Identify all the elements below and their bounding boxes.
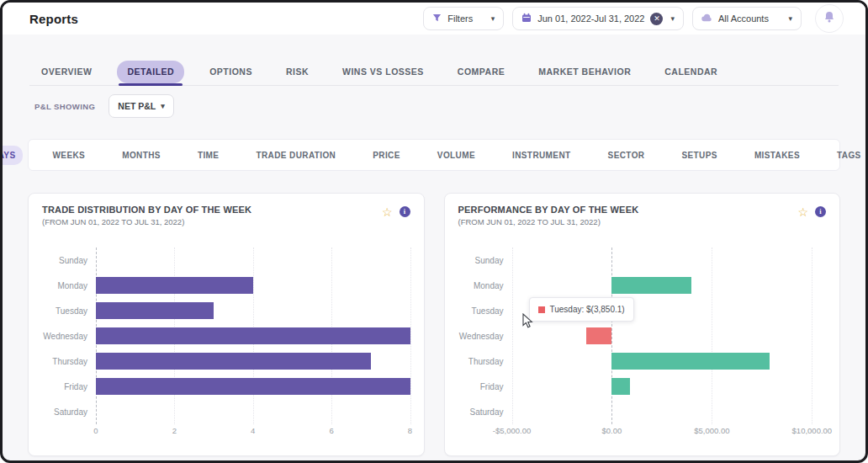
row-plot: [96, 273, 410, 298]
tab-options[interactable]: OPTIONS: [201, 60, 261, 85]
chart-row-wednesday: Wednesday: [458, 323, 827, 349]
y-label: Thursday: [458, 357, 512, 366]
chart-title: TRADE DISTRIBUTION BY DAY OF THE WEEK: [42, 205, 251, 215]
filter-item-setups[interactable]: SETUPS: [674, 146, 724, 165]
chevron-down-icon: ▾: [788, 14, 792, 23]
chart-tooltip: Tuesday: $(3,850.1): [529, 297, 634, 322]
tab-overview[interactable]: OVERVIEW: [33, 60, 100, 85]
chart-title: PERFORMANCE BY DAY OF THE WEEK: [458, 205, 639, 215]
star-icon[interactable]: ☆: [797, 206, 808, 218]
row-plot: [512, 273, 827, 298]
pnl-type-value: NET P&L: [118, 101, 156, 111]
accounts-dropdown[interactable]: All Accounts ▾: [692, 7, 802, 30]
row-plot: [512, 374, 827, 399]
filter-item-mistakes[interactable]: MISTAKES: [747, 146, 807, 165]
chart-rows: SundayMondayTuesdayWednesdayThursdayFrid…: [458, 247, 827, 424]
x-tick-label: 0: [93, 426, 98, 435]
filters-dropdown[interactable]: Filters ▾: [423, 7, 504, 30]
info-icon[interactable]: i: [815, 206, 826, 217]
filter-item-weeks[interactable]: WEEKS: [45, 146, 93, 165]
chart-row-sunday: Sunday: [458, 247, 827, 273]
mouse-cursor-icon: [522, 313, 533, 332]
app-window: Reports Filters ▾ Jun 01, 2022-Jul 31, 2…: [0, 0, 868, 463]
filter-items: DAYSWEEKSMONTHSTIMETRADE DURATIONPRICEVO…: [0, 146, 868, 165]
info-icon[interactable]: i: [400, 206, 410, 217]
filter-item-time[interactable]: TIME: [190, 146, 227, 165]
accounts-label: All Accounts: [718, 13, 769, 24]
row-plot: [512, 399, 827, 424]
account-icon: [701, 13, 712, 24]
y-label: Thursday: [42, 357, 96, 366]
x-tick-label: 2: [172, 426, 177, 435]
chart-row-wednesday: Wednesday: [42, 323, 410, 349]
chart-row-thursday: Thursday: [458, 349, 827, 374]
star-icon[interactable]: ☆: [382, 206, 393, 218]
pnl-type-dropdown[interactable]: NET P&L ▾: [108, 94, 173, 118]
bar-wednesday[interactable]: [96, 327, 410, 344]
y-label: Wednesday: [42, 332, 96, 341]
tab-risk[interactable]: RISK: [278, 60, 317, 85]
filter-item-price[interactable]: PRICE: [365, 146, 408, 165]
chevron-down-icon: ▾: [161, 102, 165, 110]
filter-item-days[interactable]: DAYS: [0, 146, 23, 165]
bell-icon: [823, 11, 835, 27]
filter-item-instrument[interactable]: INSTRUMENT: [505, 146, 579, 165]
bar-monday[interactable]: [611, 277, 691, 294]
bar-friday[interactable]: [96, 378, 410, 395]
chart-row-friday: Friday: [42, 374, 410, 399]
notifications-button[interactable]: [815, 4, 844, 33]
y-label: Friday: [42, 382, 96, 391]
row-plot: [96, 323, 410, 349]
pnl-showing-label: P&L SHOWING: [34, 102, 95, 111]
bar-thursday[interactable]: [611, 353, 770, 370]
tooltip-swatch: [538, 306, 545, 313]
date-range-picker[interactable]: Jun 01, 2022-Jul 31, 2022 ✕ ▾: [512, 7, 684, 30]
x-tick-label: $10,000.00: [792, 426, 833, 435]
bar-thursday[interactable]: [96, 353, 371, 370]
tab-wins-vs-losses[interactable]: WINS VS LOSSES: [334, 60, 432, 85]
bar-tuesday[interactable]: [96, 302, 214, 319]
chart-row-tuesday: Tuesday: [42, 298, 410, 323]
filter-item-sector[interactable]: SECTOR: [601, 146, 653, 165]
bar-wednesday[interactable]: [586, 327, 611, 344]
filter-item-volume[interactable]: VOLUME: [430, 146, 483, 165]
chart-row-monday: Monday: [458, 273, 827, 298]
bar-monday[interactable]: [96, 277, 253, 294]
x-tick-label: 8: [408, 426, 412, 435]
chart-row-sunday: Sunday: [42, 247, 410, 273]
tab-calendar[interactable]: CALENDAR: [656, 60, 726, 85]
tab-market-behavior[interactable]: MARKET BEHAVIOR: [530, 60, 639, 85]
tab-compare[interactable]: COMPARE: [449, 60, 513, 85]
chart-x-axis: -$5,000.00$0.00$5,000.00$10,000.00: [512, 426, 827, 439]
gridline: [410, 247, 411, 424]
chart-plot: SundayMondayTuesdayWednesdayThursdayFrid…: [42, 247, 410, 446]
chart-row-monday: Monday: [42, 273, 410, 298]
y-label: Monday: [458, 281, 512, 290]
card-header: PERFORMANCE BY DAY OF THE WEEK (FROM JUN…: [445, 194, 840, 226]
y-label: Wednesday: [458, 332, 512, 341]
top-bar-controls: Filters ▾ Jun 01, 2022-Jul 31, 2022 ✕ ▾ …: [423, 4, 844, 33]
filter-item-tags[interactable]: TAGS: [829, 146, 868, 165]
funnel-icon: [432, 13, 442, 24]
tab-detailed[interactable]: DETAILED: [117, 61, 184, 83]
page-content: OVERVIEWDETAILEDOPTIONSRISKWINS VS LOSSE…: [3, 35, 865, 456]
chart-subtitle: (FROM JUN 01, 2022 TO JUL 31, 2022): [42, 217, 251, 226]
bar-friday[interactable]: [611, 378, 629, 395]
y-label: Tuesday: [42, 306, 96, 316]
chevron-down-icon: ▾: [670, 14, 675, 23]
top-bar: Reports Filters ▾ Jun 01, 2022-Jul 31, 2…: [3, 3, 865, 35]
x-tick-label: 6: [329, 426, 333, 435]
page-title: Reports: [29, 12, 78, 26]
filters-label: Filters: [447, 13, 473, 24]
y-label: Tuesday: [458, 306, 512, 316]
filter-item-trade-duration[interactable]: TRADE DURATION: [248, 146, 343, 165]
x-tick-label: $0.00: [602, 426, 622, 435]
x-tick-label: -$5,000.00: [493, 426, 531, 435]
chart-row-thursday: Thursday: [42, 349, 410, 374]
y-label: Saturday: [42, 407, 96, 417]
y-label: Friday: [458, 382, 512, 391]
x-tick-label: $5,000.00: [694, 426, 729, 435]
close-icon[interactable]: ✕: [650, 13, 663, 25]
tooltip-text: Tuesday: $(3,850.1): [550, 305, 625, 314]
filter-item-months[interactable]: MONTHS: [114, 146, 168, 165]
